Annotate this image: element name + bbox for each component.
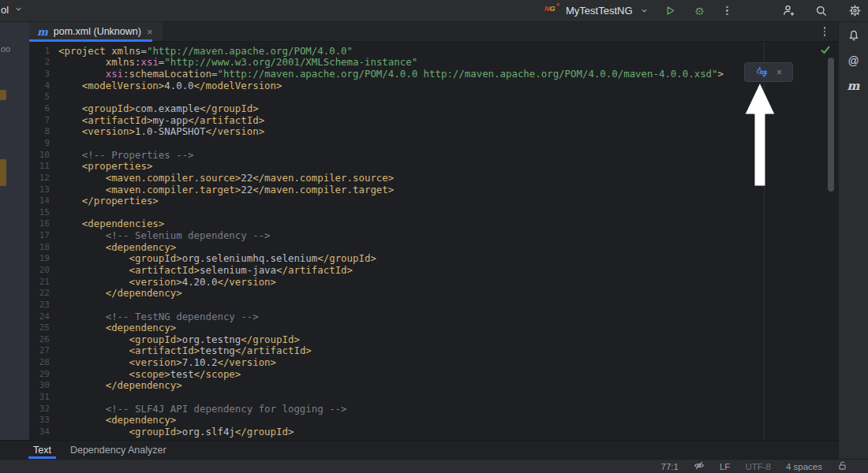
code-line[interactable]: 15 — [29, 207, 838, 218]
code-line[interactable]: 6 <groupId>com.example</groupId> — [29, 102, 838, 114]
code-line[interactable]: 31 — [29, 391, 838, 403]
debug-button[interactable] — [691, 2, 709, 20]
line-number: 14 — [29, 196, 58, 206]
line-number: 27 — [29, 345, 58, 356]
code-editor[interactable]: 1<project xmlns="http://maven.apache.org… — [29, 42, 838, 440]
code-line[interactable]: 11 <properties> — [29, 160, 838, 172]
code-line[interactable]: 13 <maven.compiler.target>22</maven.comp… — [29, 184, 838, 196]
project-widget[interactable]: ol — [1, 4, 23, 16]
unlock-icon[interactable] — [837, 460, 847, 472]
code-line[interactable]: 26 <groupId>org.testng</groupId> — [29, 333, 838, 345]
line-number: 29 — [29, 369, 58, 379]
testng-icon: NG × — [544, 5, 559, 17]
run-config-chevron-down-icon[interactable] — [640, 4, 649, 18]
code-line[interactable]: 21 <version>4.20.0</version> — [29, 276, 838, 288]
code-line[interactable]: 19 <groupId>org.seleniumhq.selenium</gro… — [29, 253, 838, 265]
code-line[interactable]: 18 <dependency> — [29, 241, 838, 253]
line-separator-widget[interactable]: LF — [720, 462, 730, 471]
search-icon[interactable] — [813, 2, 830, 20]
line-number: 31 — [29, 392, 58, 402]
at-sign-tool-icon[interactable]: @ — [845, 52, 862, 69]
code-line[interactable]: 3 xsi:schemaLocation="http://maven.apach… — [29, 68, 838, 80]
code-line[interactable]: 8 <version>1.0-SNAPSHOT</version> — [29, 125, 838, 137]
line-number: 17 — [29, 230, 58, 240]
file-encoding-widget[interactable]: UTF-8 — [745, 462, 771, 471]
code-line[interactable]: 7 <artifactId>my-app</artifactId> — [29, 114, 838, 126]
code-line[interactable]: 30 </dependency> — [29, 380, 838, 392]
line-number: 20 — [29, 265, 58, 275]
code-line[interactable]: 9 — [29, 137, 838, 149]
settings-gear-icon[interactable] — [846, 2, 863, 20]
maven-tool-window-icon[interactable]: m — [845, 77, 862, 95]
run-configuration-group: NG × MyTestTestNG — [544, 0, 736, 21]
annotation-arrow-up — [739, 81, 780, 191]
line-number: 23 — [29, 300, 58, 310]
caret-position[interactable]: 77:1 — [661, 462, 679, 471]
code-line[interactable]: 29 <scope>test</scope> — [29, 368, 838, 380]
line-number: 18 — [29, 242, 58, 252]
dismiss-reload-icon[interactable]: × — [776, 68, 782, 77]
pom-view-switcher: Text Dependency Analyzer — [0, 440, 838, 459]
code-lines: 1<project xmlns="http://maven.apache.org… — [29, 45, 838, 438]
code-line[interactable]: 14 </properties> — [29, 195, 838, 207]
editor-scrollbar-thumb[interactable] — [828, 58, 834, 192]
notifications-bell-icon[interactable] — [845, 27, 862, 44]
code-line[interactable]: 23 — [29, 299, 838, 311]
editor-options-kebab-icon[interactable] — [824, 27, 826, 36]
line-number: 32 — [29, 404, 58, 414]
line-number: 7 — [29, 115, 58, 125]
code-line[interactable]: 20 <artifactId>selenium-java</artifactId… — [29, 264, 838, 276]
line-number: 22 — [29, 288, 58, 298]
tab-text-view[interactable]: Text — [24, 441, 61, 459]
line-number: 2 — [29, 57, 58, 67]
code-line[interactable]: 25 <dependency> — [29, 322, 838, 333]
code-line[interactable]: 28 <version>7.10.2</version> — [29, 356, 838, 368]
chevron-down-icon — [14, 4, 23, 16]
code-line[interactable]: 17 <!-- Selenium dependency --> — [29, 229, 838, 241]
line-number: 25 — [29, 322, 58, 333]
maven-reload-button[interactable]: m — [755, 65, 769, 79]
line-number: 10 — [29, 150, 58, 160]
code-line[interactable]: 1<project xmlns="http://maven.apache.org… — [29, 45, 838, 57]
line-number: 30 — [29, 380, 58, 390]
highlighting-eye-slash-icon[interactable] — [694, 460, 705, 472]
code-line[interactable]: 2 xmlns:xsi="http://www.w3.org/2001/XMLS… — [29, 57, 838, 69]
line-number: 11 — [29, 161, 58, 171]
code-line[interactable]: 16 <dependencies> — [29, 218, 838, 230]
code-line[interactable]: 12 <maven.compiler.source>22</maven.comp… — [29, 172, 838, 184]
editor-tab-bar: m pom.xml (Unknown) × — [29, 22, 838, 42]
code-line[interactable]: 4 <modelVersion>4.0.0</modelVersion> — [29, 80, 838, 91]
indent-widget[interactable]: 4 spaces — [786, 462, 822, 471]
code-line[interactable]: 22 </dependency> — [29, 287, 838, 299]
code-line[interactable]: 24 <!-- TestNG dependency --> — [29, 311, 838, 322]
status-bar: 77:1 LF UTF-8 4 spaces — [0, 459, 868, 473]
line-number: 5 — [29, 91, 58, 102]
code-line[interactable]: 5 — [29, 91, 838, 103]
line-number: 13 — [29, 184, 58, 195]
code-line[interactable]: 33 <dependency> — [29, 415, 838, 426]
line-number: 34 — [29, 426, 58, 437]
run-configuration-name[interactable]: MyTestTestNG — [566, 5, 633, 17]
code-line[interactable]: 34 <groupId>org.slf4j</groupId> — [29, 426, 838, 438]
tab-pom-xml[interactable]: m pom.xml (Unknown) × — [29, 22, 163, 41]
toolbar-right-group — [780, 0, 863, 21]
code-line[interactable]: 27 <artifactId>testng</artifactId> — [29, 345, 838, 357]
inspections-ok-check-icon[interactable] — [820, 43, 831, 58]
line-number: 12 — [29, 173, 58, 183]
run-button[interactable] — [662, 2, 679, 20]
more-actions-kebab-icon[interactable] — [719, 2, 736, 20]
close-tab-icon[interactable]: × — [147, 27, 153, 37]
project-tree-text-fragment: oo — [1, 44, 10, 54]
code-line[interactable]: 10 <!-- Properties --> — [29, 149, 838, 161]
editor-area: m pom.xml (Unknown) × 1<project xmlns="h… — [29, 22, 838, 440]
line-number: 3 — [29, 69, 58, 79]
code-line[interactable]: 32 <!-- SLF4J API dependency for logging… — [29, 403, 838, 415]
project-tool-window-edge[interactable]: oo — [0, 22, 29, 440]
main-toolbar: ol NG × MyTestTestNG — [0, 0, 868, 22]
line-number: 21 — [29, 277, 58, 287]
tab-dependency-analyzer[interactable]: Dependency Analyzer — [61, 441, 176, 459]
right-tool-window-stripe: @ m — [838, 22, 868, 459]
project-tree-highlight-fragment — [0, 159, 6, 186]
add-user-icon[interactable] — [780, 2, 797, 20]
project-tree-highlight-fragment — [0, 90, 6, 100]
